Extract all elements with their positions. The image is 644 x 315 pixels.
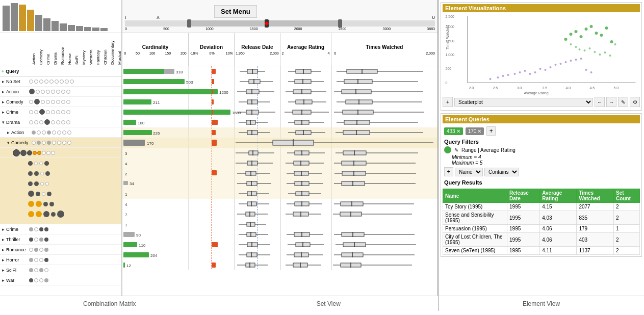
svg-rect-24: [212, 69, 216, 74]
table-row: Sense and Sensibility (1995)19954.038352: [443, 211, 640, 225]
svg-text:12: 12: [126, 264, 131, 268]
svg-text:3.5: 3.5: [543, 86, 548, 90]
full-layout: Action Comedy Crime Drama Romance Horror…: [0, 0, 644, 296]
genre-crime: Crime: [45, 35, 51, 66]
query-filters-title: Query Filters: [444, 139, 638, 145]
svg-text:1,000: 1,000: [446, 53, 455, 57]
release-scale: 1,9502,000: [236, 51, 279, 55]
genre-action: Action: [31, 35, 37, 66]
nav-prev-btn[interactable]: ←: [595, 97, 605, 107]
svg-point-263: [534, 71, 536, 73]
svg-text:3: 3: [125, 151, 127, 156]
svg-point-274: [590, 71, 593, 73]
query-results: Query Results Name Release Date Average …: [443, 178, 640, 255]
svg-text:500: 500: [446, 67, 452, 70]
footer: Combination Matrix Set View Element View: [0, 296, 644, 311]
svg-point-259: [514, 73, 516, 75]
dot: [45, 171, 50, 176]
badge-170[interactable]: 170 ✕: [466, 127, 484, 135]
sub-row: [28, 209, 121, 219]
svg-rect-205: [212, 242, 218, 247]
dot: [42, 192, 45, 196]
th-rating[interactable]: Average Rating: [540, 189, 577, 203]
cell-watched: 2077: [577, 203, 614, 211]
query-results-title: Query Results: [443, 178, 640, 187]
svg-point-288: [584, 49, 586, 51]
th-count[interactable]: Set Count: [614, 189, 640, 203]
svg-rect-160: [122, 189, 437, 199]
dot: [44, 238, 48, 242]
svg-point-275: [564, 38, 568, 41]
dot: [51, 212, 56, 217]
column-headers: Cardinality 050100150200 Deviation -10%0…: [122, 33, 437, 66]
nav-next-btn[interactable]: →: [606, 97, 616, 107]
cell-name: Seven (Se7en) (1995): [443, 247, 507, 255]
dot: [52, 130, 56, 135]
dot: [32, 141, 36, 145]
dot: [47, 192, 51, 196]
cell-count: 2: [614, 211, 640, 225]
filter-edit-icon[interactable]: ✎: [454, 147, 458, 153]
badge-433-close[interactable]: ✕: [456, 128, 460, 134]
dot-orange: [37, 151, 41, 155]
dot: [40, 172, 44, 175]
th-name[interactable]: Name: [443, 189, 507, 203]
slider-handle-left[interactable]: [187, 19, 191, 28]
filter-op-select[interactable]: Contains: [484, 168, 519, 176]
add-chart-btn[interactable]: +: [443, 97, 453, 107]
row-noset: ▸ No Set: [0, 76, 121, 87]
filter-field-select[interactable]: Name: [455, 168, 483, 176]
cardinality-scale: 050100150200: [124, 51, 187, 55]
cell-rating: 4.15: [540, 203, 577, 211]
dot-filled: [39, 109, 45, 115]
plus-query[interactable]: +: [2, 69, 4, 74]
dot: [39, 248, 43, 252]
svg-rect-13: [19, 5, 26, 31]
svg-rect-190: [247, 222, 255, 226]
row-scifi-label: SciFi: [6, 268, 29, 273]
filter-max: Maximum = 5: [452, 160, 638, 166]
cell-watched: 179: [577, 225, 614, 233]
svg-rect-84: [212, 120, 218, 125]
add-query-btn[interactable]: +: [486, 126, 496, 136]
svg-rect-70: [123, 110, 230, 115]
svg-point-271: [575, 59, 577, 61]
svg-rect-14: [27, 10, 34, 31]
svg-text:211: 211: [153, 100, 160, 105]
badge-433[interactable]: 433 ✕: [444, 127, 463, 135]
dot: [44, 80, 48, 84]
dot: [43, 202, 48, 206]
svg-rect-226: [123, 262, 125, 268]
slider-handle-right[interactable]: [338, 19, 342, 28]
settings-btn[interactable]: ⚙: [630, 97, 640, 107]
svg-rect-46: [123, 89, 218, 94]
set-menu-button[interactable]: Set Menu: [214, 5, 257, 18]
badge-170-close[interactable]: ✕: [477, 128, 481, 134]
row-comedy-dots: [29, 99, 70, 104]
svg-rect-86: [246, 120, 255, 124]
edit-btn[interactable]: ✎: [618, 97, 628, 107]
dot: [60, 80, 64, 84]
element-queries-title: Element Queries: [443, 115, 640, 123]
dot: [44, 258, 48, 262]
dot: [36, 192, 40, 196]
row-horror: ▸ Horror: [0, 255, 121, 265]
deviation-header: Deviation -10%0%10%: [189, 33, 235, 66]
dot: [42, 151, 46, 155]
results-table: Name Release Date Average Rating Times W…: [443, 189, 640, 255]
slider-track[interactable]: [125, 20, 435, 27]
add-filter-btn[interactable]: +: [444, 167, 453, 176]
dot: [34, 248, 38, 252]
dot: [66, 120, 70, 124]
dot: [29, 248, 33, 252]
cell-rating: 4.03: [540, 211, 577, 225]
cell-name: Persuasion (1995): [443, 225, 507, 233]
dot: [44, 161, 49, 166]
dot: [44, 227, 48, 231]
th-watched[interactable]: Times Watched: [577, 189, 614, 203]
cell-watched: 1137: [577, 247, 614, 255]
element-view-panel: Element Visualizations 0 500 1,000 1,500…: [439, 0, 644, 296]
th-release[interactable]: Release Date: [507, 189, 540, 203]
chart-type-select[interactable]: Scatterplot: [454, 98, 593, 107]
slider-handle-mid[interactable]: [265, 19, 269, 28]
